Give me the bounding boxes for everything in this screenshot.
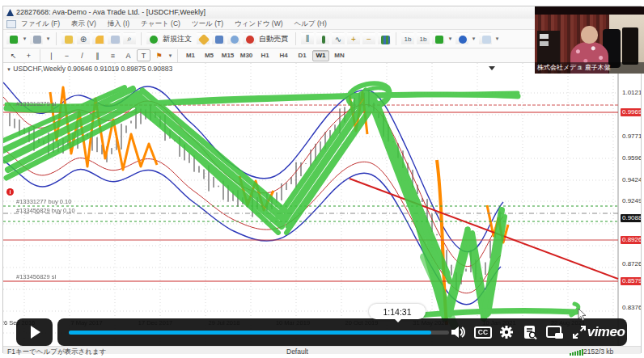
periods-caret-icon[interactable]: ▾ xyxy=(471,36,477,42)
tf-h1-button[interactable]: H1 xyxy=(256,50,273,61)
menu-tools[interactable]: ツール (T) xyxy=(192,19,223,29)
arrange-a-icon[interactable]: 1b xyxy=(401,32,414,45)
new-chart-caret-icon[interactable]: ▾ xyxy=(22,36,28,42)
indicators-icon[interactable] xyxy=(432,32,445,45)
tf-d1-button[interactable]: D1 xyxy=(294,50,311,61)
volume-icon xyxy=(451,326,467,339)
menu-file[interactable]: ファイル (F) xyxy=(21,19,60,29)
indicators-caret-icon[interactable]: ▾ xyxy=(447,36,453,42)
metaeditor-icon[interactable] xyxy=(197,32,210,45)
tf-h4-button[interactable]: H4 xyxy=(275,50,292,61)
menu-view[interactable]: 表示 (V) xyxy=(71,19,96,29)
tile-windows-icon[interactable] xyxy=(378,32,391,45)
news-marker-icon[interactable]: i xyxy=(6,188,14,196)
chart-menu-icon[interactable] xyxy=(6,20,16,28)
video-frame: 22827668: Ava-Demo - Ava Trade Ltd. - [U… xyxy=(0,0,644,358)
tf-m15-button[interactable]: M15 xyxy=(219,50,236,61)
webcam-monitor xyxy=(622,27,638,65)
fibonacci-tool-icon[interactable]: ≡ xyxy=(106,49,120,61)
publisher-icon[interactable] xyxy=(212,32,225,45)
presenter-caption: 株式会社メデュ 鹿子木健 xyxy=(535,62,644,74)
arrows-caret-icon[interactable]: ▾ xyxy=(167,53,173,59)
settings-button[interactable] xyxy=(496,322,517,342)
tf-m1-button[interactable]: M1 xyxy=(182,50,199,61)
menu-chart[interactable]: チャート (C) xyxy=(141,19,180,29)
trade-label: #133318279 sl xyxy=(16,100,56,107)
time-tooltip: 1:14:31 xyxy=(369,304,426,319)
play-button[interactable] xyxy=(16,318,53,346)
crosshair-tool-icon[interactable]: + xyxy=(22,49,36,61)
candlestick-type-icon[interactable] xyxy=(316,32,329,45)
price-tick: 1.01215 xyxy=(622,89,641,97)
cursor-tool-icon[interactable]: ↖ xyxy=(6,49,20,61)
chart-ohlc: 0.90646 0.91019 0.89875 0.90883 xyxy=(67,65,172,73)
status-network: 2152/3 kb xyxy=(583,347,613,356)
strategy-tester-icon[interactable]: ⌕ xyxy=(123,32,136,45)
vline-tool-icon[interactable]: | xyxy=(44,49,58,61)
text-label-tool-icon[interactable]: T xyxy=(137,49,150,61)
arrows-tool-icon[interactable]: ⚑ xyxy=(152,49,166,61)
new-chart-icon[interactable] xyxy=(6,32,19,45)
text-tool-icon[interactable]: A xyxy=(121,49,135,61)
templates-caret-icon[interactable]: ▾ xyxy=(494,36,500,42)
progress-fill xyxy=(69,331,431,335)
menu-help[interactable]: ヘルプ (H) xyxy=(294,19,327,29)
autotrade-icon[interactable] xyxy=(243,32,256,45)
chart-canvas xyxy=(3,63,620,346)
pip-button[interactable] xyxy=(543,322,567,342)
price-tick-red: 0.89265 xyxy=(621,236,641,244)
status-bar: F1キーでヘルプが表示されます Default 2152/3 kb xyxy=(3,346,641,354)
trade-label: #133456829 buy 0.10 xyxy=(16,207,75,214)
autotrade-button[interactable]: 自動売買 xyxy=(259,34,288,44)
captions-button[interactable]: CC xyxy=(472,322,494,342)
chart-symbol-line[interactable]: ▼ USDCHF,Weekly 0.90646 0.91019 0.89875 … xyxy=(6,65,172,73)
status-profile[interactable]: Default xyxy=(286,347,308,356)
market-watch-icon[interactable] xyxy=(61,32,74,45)
line-chart-type-icon[interactable]: ∿ xyxy=(332,32,345,45)
bar-chart-type-icon[interactable]: ⫼ xyxy=(301,32,314,45)
price-tick: 0.94240 xyxy=(622,176,641,184)
new-order-button[interactable]: 新規注文 xyxy=(163,34,192,44)
marker-annotations xyxy=(3,80,578,330)
collapse-icon[interactable]: ▼ xyxy=(6,67,11,72)
data-window-icon[interactable]: ⊕ xyxy=(77,32,90,45)
channel-tool-icon[interactable]: ∥ xyxy=(91,49,104,61)
community-icon[interactable] xyxy=(227,32,240,45)
tf-m5-button[interactable]: M5 xyxy=(201,50,218,61)
webcam-overlay: 株式会社メデュ 鹿子木健 xyxy=(535,6,644,74)
profiles-icon[interactable] xyxy=(30,32,43,45)
trade-label: #133456829 sl xyxy=(16,273,56,280)
progress-bar[interactable] xyxy=(69,331,449,335)
profiles-caret-icon[interactable]: ▾ xyxy=(45,36,51,42)
price-tick: 0.95965 xyxy=(622,154,641,162)
new-order-icon[interactable] xyxy=(146,32,159,45)
menu-insert[interactable]: 挿入 (I) xyxy=(108,19,129,29)
transcript-button[interactable] xyxy=(519,322,541,342)
tf-mn-button[interactable]: MN xyxy=(331,50,348,61)
connection-bars-icon xyxy=(570,347,584,354)
tf-w1-button[interactable]: W1 xyxy=(312,50,329,61)
menu-window[interactable]: ウィンドウ (W) xyxy=(235,19,283,29)
volume-button[interactable] xyxy=(447,322,470,342)
presenter-head xyxy=(581,26,598,44)
cc-icon: CC xyxy=(474,326,492,339)
status-help-text: F1キーでヘルプが表示されます xyxy=(7,347,106,357)
chart-symbol: USDCHF,Weekly xyxy=(13,65,66,73)
zoom-out-icon[interactable]: − xyxy=(362,32,375,45)
tf-m30-button[interactable]: M30 xyxy=(238,50,255,61)
chart-area[interactable]: ▼ USDCHF,Weekly 0.90646 0.91019 0.89875 … xyxy=(3,63,641,346)
navigator-icon[interactable] xyxy=(92,32,105,45)
vimeo-logo[interactable]: vimeo xyxy=(587,322,625,342)
app-logo-icon xyxy=(6,9,14,16)
zoom-in-icon[interactable]: + xyxy=(347,32,360,45)
periods-icon[interactable] xyxy=(455,32,468,45)
templates-icon[interactable] xyxy=(479,32,492,45)
trendline-tool-icon[interactable]: / xyxy=(75,49,89,61)
play-icon xyxy=(31,326,40,339)
arrange-b-icon[interactable]: 1b xyxy=(417,32,430,45)
hline-tool-icon[interactable]: − xyxy=(60,49,74,61)
transcript-search-icon xyxy=(523,325,537,339)
terminal-icon[interactable] xyxy=(108,32,121,45)
scroll-marker-icon xyxy=(489,66,495,70)
price-tick-red: 0.99691 xyxy=(621,108,641,116)
